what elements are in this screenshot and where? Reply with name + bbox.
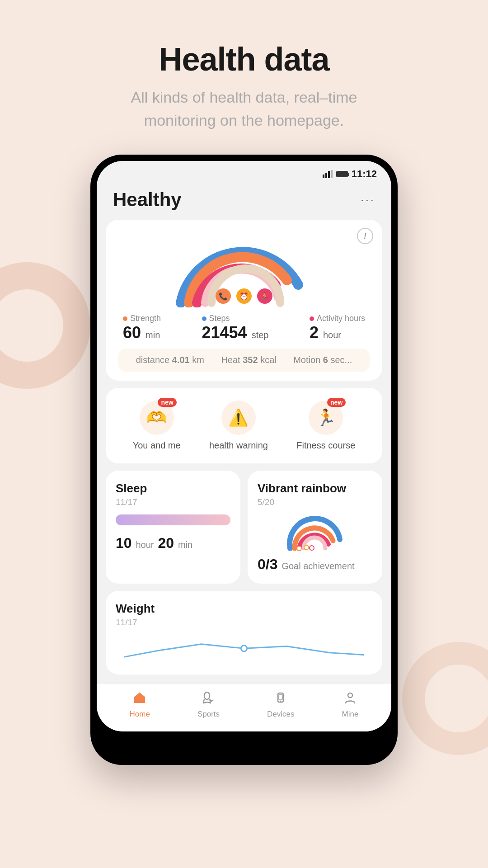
signal-icon [323, 170, 333, 178]
weight-chart-svg [116, 635, 372, 666]
scroll-content: ! [97, 220, 391, 684]
mine-label: Mine [342, 710, 359, 719]
action-you-and-me[interactable]: 🫶 new You and me [133, 401, 181, 451]
nav-mine[interactable]: Mine [342, 691, 359, 719]
devices-label: Devices [267, 710, 294, 719]
phone-screen: 11:12 Healthy ··· ! [97, 161, 391, 731]
svg-point-6 [310, 546, 314, 550]
fitness-course-new-badge: new [327, 398, 346, 407]
activity-label: Activity hours [310, 314, 365, 323]
activity-value: 2 hour [310, 323, 365, 342]
app-title: Healthy [113, 189, 182, 211]
health-warning-label: health warning [209, 440, 268, 451]
app-header: Healthy ··· [97, 184, 391, 220]
mini-arc-wrap [258, 514, 372, 551]
status-time: 11:12 [352, 168, 377, 180]
phone-frame: 11:12 Healthy ··· ! [90, 155, 398, 765]
sleep-value: 10 hour 20 min [116, 534, 230, 552]
weight-title: Weight [116, 602, 372, 616]
distance-stat: distance 4.01 km [136, 355, 204, 365]
svg-point-11 [280, 701, 282, 702]
stats-row: Strength 60 min Steps 21454 step [118, 314, 370, 342]
you-and-me-icon-wrap: 🫶 new [140, 401, 174, 435]
header-section: Health data All kinds of health data, re… [108, 0, 380, 155]
quick-actions-card: 🫶 new You and me ⚠️ health warning 🏃 [106, 388, 382, 463]
health-warning-icon: ⚠️ [228, 408, 249, 427]
svg-point-7 [241, 646, 247, 651]
arc-icon-run: 🏃 [257, 288, 272, 304]
sleep-title: Sleep [116, 481, 230, 495]
page-subtitle: All kinds of health data, real–time moni… [108, 86, 380, 132]
menu-button[interactable]: ··· [361, 193, 375, 206]
two-col-section: Sleep 11/17 10 hour 20 min Vibrant rainb… [106, 471, 382, 584]
svg-point-4 [297, 546, 301, 551]
secondary-stats: distance 4.01 km Heat 352 kcal Motion 6 … [118, 349, 370, 372]
rainbow-date: 5/20 [258, 497, 372, 507]
bg-decoration-left [0, 262, 90, 389]
steps-value: 21454 step [202, 323, 269, 342]
svg-rect-10 [279, 694, 282, 700]
steps-label: Steps [202, 314, 269, 323]
svg-rect-1 [325, 173, 327, 178]
weight-card[interactable]: Weight 11/17 [106, 591, 382, 675]
you-and-me-icon: 🫶 [146, 408, 167, 427]
battery-icon [336, 171, 348, 177]
svg-point-8 [204, 692, 210, 699]
arc-icon-clock: ⏰ [236, 288, 252, 304]
status-bar: 11:12 [97, 161, 391, 184]
home-icon [133, 691, 146, 707]
you-and-me-label: You and me [133, 440, 181, 451]
fitness-course-icon: 🏃 [316, 408, 336, 427]
weight-chart [116, 635, 372, 666]
activity-card: ! [106, 220, 382, 381]
arc-container: 📞 ⏰ 🏃 [118, 231, 370, 307]
fitness-course-icon-wrap: 🏃 new [309, 401, 343, 435]
svg-rect-0 [323, 175, 324, 178]
arc-icon-phone: 📞 [216, 288, 231, 304]
status-icons: 11:12 [323, 168, 377, 180]
stat-activity: Activity hours 2 hour [310, 314, 365, 342]
sleep-card[interactable]: Sleep 11/17 10 hour 20 min [106, 471, 240, 584]
you-and-me-new-badge: new [158, 398, 176, 407]
svg-rect-2 [328, 171, 330, 178]
health-warning-icon-wrap: ⚠️ [221, 401, 256, 435]
nav-sports[interactable]: Sports [197, 691, 220, 719]
page-title: Health data [108, 41, 380, 78]
strength-label: Strength [123, 314, 161, 323]
sleep-bar [116, 514, 230, 525]
strength-value: 60 min [123, 323, 161, 342]
sports-icon [202, 691, 215, 707]
svg-point-5 [304, 545, 309, 550]
weight-date: 11/17 [116, 618, 372, 627]
action-fitness-course[interactable]: 🏃 new Fitness course [296, 401, 355, 451]
mine-icon [343, 691, 357, 707]
home-label: Home [130, 710, 150, 719]
motion-stat: Motion 6 sec... [293, 355, 352, 365]
bottom-nav: Home Sports [97, 684, 391, 731]
action-health-warning[interactable]: ⚠️ health warning [209, 401, 268, 451]
svg-point-12 [348, 693, 352, 698]
heat-stat: Heat 352 kcal [221, 355, 276, 365]
sports-label: Sports [197, 710, 220, 719]
rainbow-title: Vibrant rainbow [258, 481, 372, 495]
devices-icon [274, 691, 287, 707]
goal-value: 0/3 Goal achievement [258, 556, 372, 573]
stat-strength: Strength 60 min [123, 314, 161, 342]
arc-icons: 📞 ⏰ 🏃 [216, 288, 272, 304]
nav-devices[interactable]: Devices [267, 691, 294, 719]
svg-rect-3 [331, 170, 333, 178]
rainbow-card[interactable]: Vibrant rainbow 5/20 [248, 471, 382, 584]
stat-steps: Steps 21454 step [202, 314, 269, 342]
bg-decoration-right [402, 642, 488, 755]
sleep-date: 11/17 [116, 497, 230, 507]
fitness-course-label: Fitness course [296, 440, 355, 451]
mini-arc-svg [286, 514, 344, 551]
nav-home[interactable]: Home [130, 691, 150, 719]
